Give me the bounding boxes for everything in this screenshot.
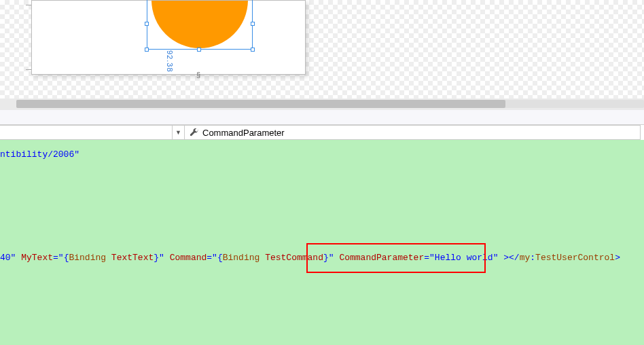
xml-string: "Hello world" — [429, 253, 498, 263]
xml-punct: = — [424, 253, 429, 263]
xml-keyword: Binding — [223, 253, 260, 263]
xml-attr: MyText — [21, 253, 53, 263]
designer-surface[interactable]: § 92.38 — [0, 0, 644, 98]
type-dropdown[interactable]: ▼ — [0, 126, 185, 139]
xaml-editor[interactable]: ntibility/2006" 40" MyText="{Binding Tex… — [0, 140, 644, 345]
xml-ns-prefix: my — [520, 253, 531, 263]
xml-binding-path: TestCommand — [265, 253, 323, 263]
xml-attr: Command — [170, 253, 207, 263]
splitter-strip[interactable] — [0, 110, 644, 125]
member-dropdown[interactable]: CommandParameter — [185, 126, 644, 139]
xml-tag-name: TestUserControl — [535, 253, 615, 263]
wrench-icon — [189, 128, 198, 137]
xml-keyword: Binding — [69, 253, 106, 263]
xml-punct: > — [498, 253, 509, 263]
expand-handle-icon[interactable]: § — [196, 71, 200, 79]
xml-punct: ="{ — [53, 253, 69, 263]
xml-text: ntibility/2006" — [0, 149, 79, 160]
resize-handle-bottom-left[interactable] — [145, 48, 149, 52]
xml-punct: }" — [323, 253, 334, 263]
xml-binding-path: TextText — [111, 253, 154, 263]
xml-punct: : — [530, 253, 535, 263]
ruler-tick — [26, 0, 31, 5]
resize-handle-bottom-right[interactable] — [251, 48, 255, 52]
xml-text: 40" — [0, 253, 16, 263]
xml-punct: </ — [509, 253, 520, 263]
ellipse-fill — [151, 1, 248, 48]
code-line[interactable]: ntibility/2006" — [0, 149, 79, 160]
xml-punct: > — [615, 253, 620, 263]
code-line[interactable]: 40" MyText="{Binding TextText}" Command=… — [0, 253, 620, 263]
resize-handle-left[interactable] — [145, 22, 149, 26]
xml-punct: }" — [154, 253, 164, 263]
scrollbar-thumb[interactable] — [16, 100, 505, 108]
xml-attr: CommandParameter — [339, 253, 424, 263]
chevron-down-icon[interactable]: ▼ — [172, 126, 184, 139]
ellipse-shape[interactable] — [151, 1, 248, 48]
space — [106, 253, 111, 263]
space — [260, 253, 265, 263]
ruler-tick — [26, 69, 31, 75]
resize-handle-right[interactable] — [251, 22, 255, 26]
designer-hscrollbar[interactable] — [0, 98, 644, 110]
member-bar-right-edge — [640, 125, 644, 140]
member-name: CommandParameter — [202, 128, 285, 138]
xml-punct: ="{ — [207, 253, 222, 263]
member-bar: ▼ CommandParameter — [0, 125, 644, 140]
dimension-label: 92.38 — [163, 50, 174, 73]
